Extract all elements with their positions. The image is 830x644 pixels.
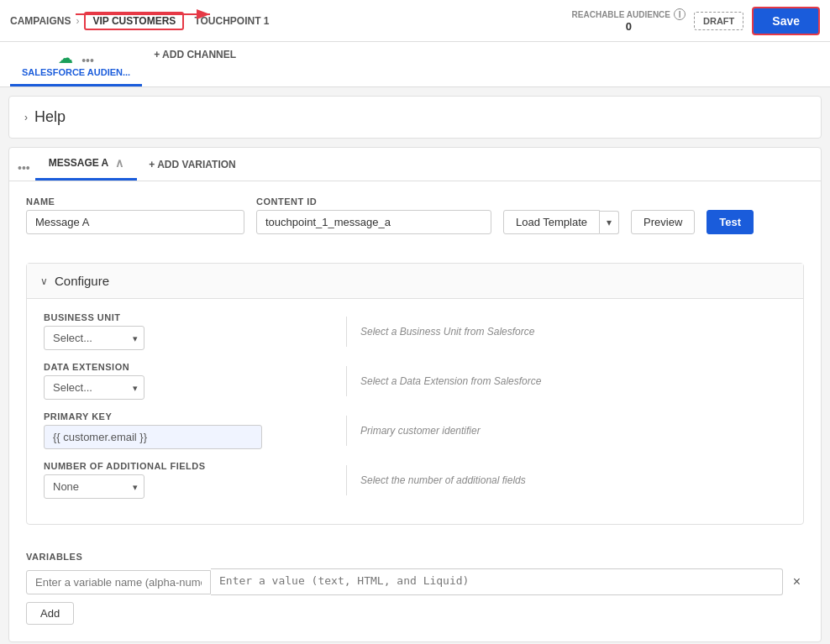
- help-title: Help: [34, 108, 66, 126]
- additional-fields-select[interactable]: None: [44, 474, 144, 499]
- content-id-label: CONTENT ID: [256, 196, 491, 207]
- name-input[interactable]: [26, 210, 244, 234]
- data-extension-left: DATA EXTENSION Select... ▾: [44, 362, 346, 400]
- help-section: › Help: [8, 96, 822, 139]
- form-row-name-content: NAME CONTENT ID Load Template ▾ Preview …: [26, 196, 804, 234]
- top-bar: CAMPAIGNS › VIP CUSTOMERS TOUCHPOINT 1 R…: [0, 0, 830, 42]
- channel-tab-more-icon[interactable]: •••: [81, 54, 94, 67]
- message-tab-more-icon[interactable]: •••: [18, 161, 30, 175]
- message-tab-a[interactable]: MESSAGE A ∧: [35, 148, 138, 181]
- add-variable-button[interactable]: Add: [26, 602, 74, 625]
- channel-tab-label: SALESFORCE AUDIEN...: [22, 67, 130, 77]
- salesforce-audience-tab[interactable]: ☁ ••• SALESFORCE AUDIEN...: [10, 42, 142, 86]
- business-unit-field: BUSINESS UNIT Select... ▾ Select a Busin…: [44, 312, 786, 350]
- primary-key-hint: Primary customer identifier: [360, 425, 481, 437]
- business-unit-hint: Select a Business Unit from Salesforce: [360, 326, 534, 338]
- configure-body: BUSINESS UNIT Select... ▾ Select a Busin…: [27, 299, 803, 524]
- breadcrumb-arrow-1: ›: [76, 15, 79, 27]
- data-extension-select-wrapper: Select... ▾: [44, 375, 144, 400]
- additional-fields-label: NUMBER OF ADDITIONAL FIELDS: [44, 461, 346, 471]
- message-tab-close-icon[interactable]: ∧: [115, 156, 123, 170]
- reachable-audience: REACHABLE AUDIENCE i 0: [572, 8, 686, 33]
- breadcrumb-touchpoint: TOUCHPOINT 1: [194, 15, 269, 27]
- variables-label: VARIABLES: [26, 552, 804, 562]
- field-divider-4: [346, 465, 347, 495]
- primary-key-label: PRIMARY KEY: [44, 411, 346, 421]
- message-tab-a-label: MESSAGE A: [49, 157, 109, 169]
- load-template-dropdown-button[interactable]: ▾: [600, 211, 619, 234]
- message-tabs-bar: ••• MESSAGE A ∧ + ADD VARIATION: [9, 148, 821, 181]
- add-channel-button[interactable]: + ADD CHANNEL: [142, 42, 248, 67]
- field-divider-2: [346, 366, 347, 396]
- form-group-name: NAME: [26, 196, 244, 234]
- variable-name-input[interactable]: [26, 570, 211, 594]
- variables-section: VARIABLES × Add: [9, 552, 821, 641]
- data-extension-hint: Select a Data Extension from Salesforce: [360, 375, 541, 387]
- content-id-input[interactable]: [256, 210, 491, 234]
- name-label: NAME: [26, 196, 244, 207]
- additional-fields-field: NUMBER OF ADDITIONAL FIELDS None ▾ Selec…: [44, 461, 786, 499]
- main-content: ••• MESSAGE A ∧ + ADD VARIATION NAME CON…: [8, 147, 822, 642]
- save-button[interactable]: Save: [752, 7, 820, 35]
- salesforce-icon: ☁: [58, 49, 73, 67]
- form-area: NAME CONTENT ID Load Template ▾ Preview …: [9, 181, 821, 263]
- configure-title: Configure: [55, 274, 109, 288]
- variable-value-input[interactable]: [211, 568, 783, 595]
- template-button-group: Load Template ▾: [503, 210, 619, 234]
- primary-key-input[interactable]: [44, 425, 262, 449]
- additional-fields-select-wrapper: None ▾: [44, 474, 144, 499]
- data-extension-select[interactable]: Select...: [44, 375, 144, 400]
- configure-chevron-icon: ∨: [40, 275, 48, 287]
- business-unit-select[interactable]: Select...: [44, 326, 144, 350]
- configure-header[interactable]: ∨ Configure: [27, 264, 803, 299]
- data-extension-field: DATA EXTENSION Select... ▾ Select a Data…: [44, 362, 786, 400]
- reachable-audience-value: 0: [626, 20, 632, 33]
- help-chevron-icon[interactable]: ›: [24, 112, 28, 123]
- additional-fields-hint: Select the number of additional fields: [360, 474, 526, 486]
- primary-key-field: PRIMARY KEY Primary customer identifier: [44, 411, 786, 449]
- breadcrumb: CAMPAIGNS › VIP CUSTOMERS TOUCHPOINT 1: [10, 12, 270, 30]
- business-unit-left: BUSINESS UNIT Select... ▾: [44, 312, 346, 350]
- breadcrumb-campaigns[interactable]: CAMPAIGNS: [10, 15, 71, 27]
- business-unit-select-wrapper: Select... ▾: [44, 326, 144, 350]
- configure-section: ∨ Configure BUSINESS UNIT Select... ▾: [26, 263, 804, 525]
- channel-tabs-bar: ☁ ••• SALESFORCE AUDIEN... + ADD CHANNEL: [0, 42, 830, 87]
- additional-fields-left: NUMBER OF ADDITIONAL FIELDS None ▾: [44, 461, 346, 499]
- data-extension-label: DATA EXTENSION: [44, 362, 346, 372]
- variable-close-button[interactable]: ×: [790, 574, 804, 589]
- primary-key-left: PRIMARY KEY: [44, 411, 346, 449]
- field-divider: [346, 317, 347, 347]
- field-divider-3: [346, 416, 347, 446]
- add-variation-button[interactable]: + ADD VARIATION: [137, 150, 247, 179]
- preview-button[interactable]: Preview: [631, 210, 695, 234]
- load-template-button[interactable]: Load Template: [503, 210, 600, 234]
- business-unit-label: BUSINESS UNIT: [44, 312, 346, 322]
- info-icon[interactable]: i: [674, 8, 686, 20]
- draft-badge: DRAFT: [694, 12, 743, 30]
- variables-row: ×: [26, 568, 804, 595]
- breadcrumb-vip-customers[interactable]: VIP CUSTOMERS: [84, 12, 184, 30]
- reachable-audience-label-text: REACHABLE AUDIENCE: [572, 10, 670, 19]
- form-group-content-id: CONTENT ID: [256, 196, 491, 234]
- top-bar-right: REACHABLE AUDIENCE i 0 DRAFT Save: [572, 7, 820, 35]
- test-button[interactable]: Test: [707, 210, 754, 234]
